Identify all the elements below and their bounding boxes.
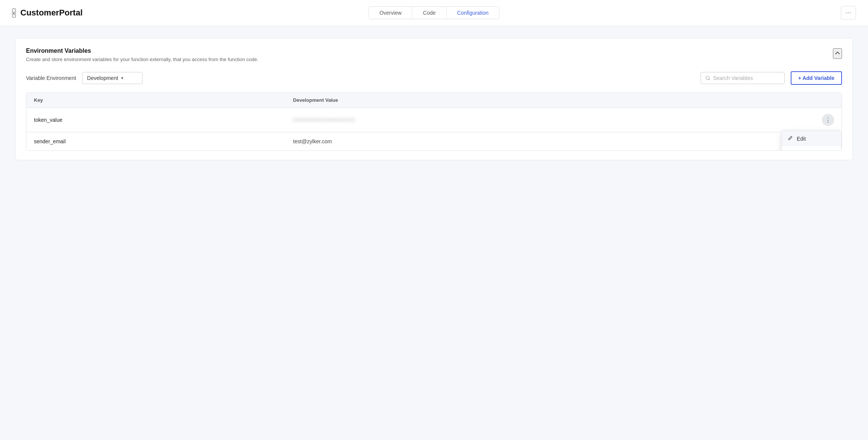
header-key: Key (34, 97, 293, 103)
cell-value: test@zylker.com (293, 138, 811, 144)
back-button[interactable]: ‹ (12, 8, 16, 18)
env-select[interactable]: Development ▾ (82, 72, 143, 84)
svg-line-1 (709, 79, 710, 80)
tabs-container: Overview Code Configuration (368, 6, 499, 19)
main-content: Environment Variables Create and store e… (0, 26, 868, 172)
row-actions: ⋮ (811, 114, 834, 126)
table-row: token_value •••••••••••••••••••••••• ⋮ (26, 108, 842, 132)
env-select-value: Development (87, 75, 118, 81)
dropdown-item-remove[interactable]: Remove (782, 146, 841, 151)
cell-value-blurred: •••••••••••••••••••••••• (293, 117, 811, 123)
variable-env-label: Variable Environment (26, 75, 76, 81)
edit-icon (788, 135, 793, 142)
edit-label: Edit (797, 136, 806, 142)
collapse-button[interactable] (833, 48, 842, 59)
tab-overview[interactable]: Overview (369, 7, 412, 19)
env-variables-card: Environment Variables Create and store e… (15, 38, 853, 160)
search-box (701, 72, 785, 84)
row-menu-button[interactable]: ⋮ (822, 114, 834, 126)
env-table: Key Development Value token_value ••••••… (26, 92, 842, 151)
cell-key: sender_email (34, 138, 293, 144)
card-title: Environment Variables (26, 48, 258, 54)
dropdown-arrow-icon: ▾ (121, 75, 123, 81)
header-value: Development Value (293, 97, 811, 103)
card-header-text: Environment Variables Create and store e… (26, 48, 258, 62)
header: ‹ CustomerPortal Overview Code Configura… (0, 0, 868, 26)
card-header: Environment Variables Create and store e… (26, 48, 842, 62)
dropdown-item-edit[interactable]: Edit (782, 131, 841, 146)
search-input[interactable] (713, 75, 779, 81)
more-button[interactable]: ··· (841, 6, 856, 20)
three-dots-icon: ⋮ (825, 117, 831, 124)
tab-configuration[interactable]: Configuration (446, 7, 499, 19)
chevron-up-icon (834, 49, 841, 57)
tab-code[interactable]: Code (413, 7, 446, 19)
card-description: Create and store environment variables f… (26, 57, 258, 62)
table-row: sender_email test@zylker.com (26, 132, 842, 150)
controls-row: Variable Environment Development ▾ + Add… (26, 71, 842, 85)
cell-key: token_value (34, 117, 293, 123)
back-icon: ‹ (13, 9, 15, 17)
add-variable-button[interactable]: + Add Variable (791, 71, 842, 85)
app-title: CustomerPortal (20, 8, 83, 18)
table-header-row: Key Development Value (26, 93, 842, 108)
header-actions (811, 97, 834, 103)
search-icon (705, 75, 710, 81)
dropdown-menu: Edit Remove (781, 130, 842, 151)
